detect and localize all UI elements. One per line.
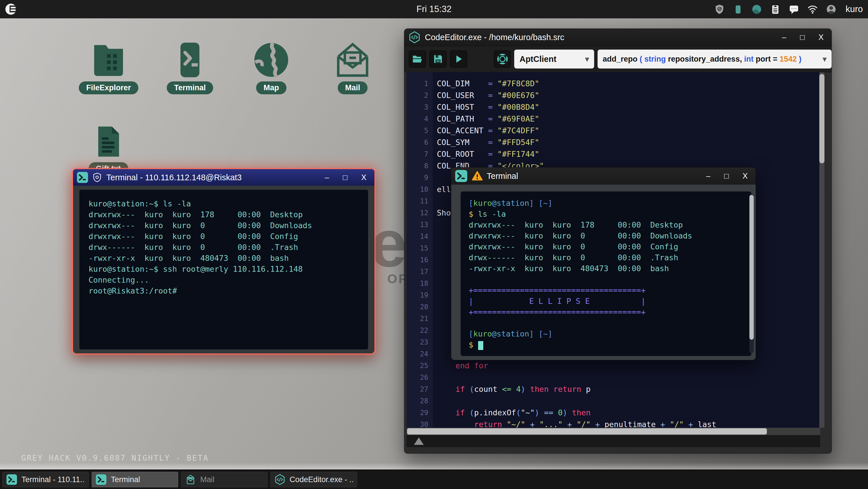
username-label[interactable]: kuro bbox=[846, 4, 863, 14]
code-text: COL_SYM = "#FFD54F" bbox=[433, 138, 539, 147]
lifebuoy-icon bbox=[496, 53, 509, 65]
library-selector-dropdown[interactable]: AptClient ▾ bbox=[514, 50, 594, 68]
horizontal-scrollbar-thumb[interactable] bbox=[407, 428, 767, 435]
mail-task-icon bbox=[185, 474, 196, 485]
clipboard-icon[interactable] bbox=[770, 4, 781, 15]
desktop-bottom-glow bbox=[0, 463, 868, 470]
terminal-line: drwxrwx--- kuro kuro 178 00:00 Desktop bbox=[89, 209, 359, 220]
local-terminal-output[interactable]: [kuro@station] [~]$ ls -ladrwxrwx--- kur… bbox=[461, 192, 751, 356]
run-button[interactable] bbox=[450, 51, 467, 68]
desktop-icon-fileexplorer[interactable]: FileExplorer bbox=[81, 40, 136, 94]
line-number: 16 bbox=[406, 256, 433, 264]
local-terminal-titlebar[interactable]: Terminal – □ X bbox=[451, 167, 756, 184]
terminal-icon bbox=[170, 40, 210, 80]
maximize-button[interactable]: □ bbox=[343, 174, 347, 181]
code-text: if (count <= 4) then return p bbox=[433, 385, 591, 394]
terminal-scrollbar[interactable] bbox=[749, 194, 754, 353]
minimize-button[interactable]: – bbox=[706, 172, 710, 180]
editor-vertical-scrollbar[interactable] bbox=[819, 72, 825, 428]
minimize-button[interactable]: – bbox=[782, 33, 786, 41]
disk-usage-icon[interactable] bbox=[751, 4, 762, 15]
library-button[interactable] bbox=[494, 51, 511, 68]
terminal-line: [kuro@station] [~] bbox=[469, 198, 743, 209]
taskbar-item-codeeditor-exe[interactable]: CodeEditor.exe - ... bbox=[271, 472, 357, 487]
line-number: 25 bbox=[406, 362, 433, 370]
close-button[interactable]: X bbox=[818, 33, 824, 41]
remote-terminal-output[interactable]: kuro@station:~$ ls -ladrwxrwx--- kuro ku… bbox=[79, 190, 368, 349]
maximize-button[interactable]: □ bbox=[724, 172, 729, 180]
terminal-scrollbar-thumb[interactable] bbox=[749, 195, 754, 340]
warning-icon bbox=[472, 171, 483, 181]
code-line: 26 bbox=[406, 372, 820, 383]
terminal-line: [kuro@station] [~] bbox=[469, 328, 743, 339]
close-button[interactable]: X bbox=[361, 174, 366, 181]
desktop-icon-map[interactable]: Map bbox=[244, 40, 299, 94]
taskbar-item-terminal-110-11[interactable]: Terminal - 110.11... bbox=[2, 472, 89, 487]
line-number: 24 bbox=[406, 350, 433, 358]
function-signature-dropdown[interactable]: add_repo ( string repository_address, in… bbox=[597, 50, 832, 68]
desktop-icon-terminal[interactable]: Terminal bbox=[163, 40, 217, 94]
wifi-icon[interactable] bbox=[807, 4, 818, 15]
taskbar-item-mail[interactable]: Mail bbox=[181, 472, 268, 487]
terminal-app-icon bbox=[76, 171, 89, 183]
globe-icon bbox=[251, 40, 291, 80]
line-number: 6 bbox=[406, 139, 433, 146]
line-number: 23 bbox=[406, 338, 433, 346]
line-number: 10 bbox=[406, 185, 433, 194]
taskbar-item-terminal[interactable]: Terminal bbox=[92, 472, 178, 487]
desktop-icon-gift-txt[interactable]: Gift.txt bbox=[81, 123, 135, 175]
chat-icon[interactable] bbox=[789, 4, 799, 15]
desktop-icon-label: FileExplorer bbox=[79, 81, 138, 94]
open-button[interactable] bbox=[409, 51, 426, 68]
window-title: CodeEditor.exe - /home/kuro/bash.src bbox=[425, 33, 564, 42]
code-line: 2COL_USER = "#00E676" bbox=[406, 89, 820, 101]
line-number: 22 bbox=[406, 326, 433, 335]
remote-terminal-window[interactable]: Terminal - 110.116.112.148@Riskat3 – □ X… bbox=[73, 169, 374, 353]
code-line: 5COL_ACCENT = "#7C4DFF" bbox=[406, 125, 820, 137]
maximize-button[interactable]: □ bbox=[800, 33, 805, 41]
save-button[interactable] bbox=[429, 51, 446, 68]
local-terminal-window[interactable]: Terminal – □ X [kuro@station] [~]$ ls -l… bbox=[451, 167, 756, 360]
code-text: end for bbox=[433, 361, 488, 370]
line-number: 18 bbox=[406, 280, 433, 287]
line-number: 8 bbox=[406, 162, 433, 170]
vertical-scrollbar-thumb[interactable] bbox=[819, 74, 825, 163]
line-number: 20 bbox=[406, 303, 433, 311]
code-editor-titlebar[interactable]: CodeEditor.exe - /home/kuro/bash.src – □… bbox=[404, 29, 832, 46]
scroll-up-arrow-icon[interactable] bbox=[414, 437, 424, 445]
code-line: 1COL_DIM = "#7F8C8D" bbox=[406, 78, 820, 89]
desktop-icon-label: Terminal bbox=[167, 81, 213, 94]
terminal-line: drwxrwx--- kuro kuro 0 00:00 Config bbox=[469, 241, 743, 252]
secure-shield-icon bbox=[92, 172, 102, 182]
line-number: 19 bbox=[406, 291, 433, 299]
run-icon bbox=[453, 54, 464, 64]
line-number: 29 bbox=[406, 409, 433, 417]
line-number: 14 bbox=[406, 232, 433, 240]
code-line: 6COL_SYM = "#FFD54F" bbox=[406, 137, 820, 148]
shield-check-icon[interactable] bbox=[714, 4, 725, 15]
desktop-icon-mail[interactable]: Mail bbox=[326, 40, 380, 94]
remote-terminal-titlebar[interactable]: Terminal - 110.116.112.148@Riskat3 – □ X bbox=[73, 169, 374, 186]
minimize-button[interactable]: – bbox=[325, 174, 329, 181]
save-icon bbox=[433, 54, 443, 64]
line-number: 26 bbox=[406, 373, 433, 381]
terminal-line: root@Riskat3:/root# bbox=[89, 286, 359, 296]
code-line: 27 if (count <= 4) then return p bbox=[406, 383, 820, 395]
code-line: 7COL_ROOT = "#FF1744" bbox=[406, 148, 820, 160]
close-button[interactable]: X bbox=[743, 172, 748, 180]
user-avatar-icon[interactable] bbox=[826, 4, 836, 15]
line-number: 15 bbox=[406, 244, 433, 252]
desktop-icon-label: Map bbox=[256, 81, 286, 94]
battery-icon[interactable] bbox=[733, 4, 743, 15]
terminal-task-icon bbox=[95, 474, 107, 485]
system-tray: kuro bbox=[714, 0, 863, 18]
terminal-line: +====================================+ bbox=[469, 285, 743, 296]
editor-horizontal-scrollbar[interactable] bbox=[406, 428, 820, 435]
code-text: return "~/" + "..." + "/" + penultimate … bbox=[433, 420, 716, 428]
menu-bar: Fri 15:32 kuro bbox=[0, 0, 868, 18]
line-number: 9 bbox=[406, 174, 433, 182]
code-text: if (p.indexOf("~") == 0) then bbox=[433, 408, 591, 417]
line-number: 5 bbox=[406, 127, 433, 135]
code-line: 30 return "~/" + "..." + "/" + penultima… bbox=[406, 419, 820, 428]
taskbar-item-label: Terminal bbox=[111, 475, 140, 484]
